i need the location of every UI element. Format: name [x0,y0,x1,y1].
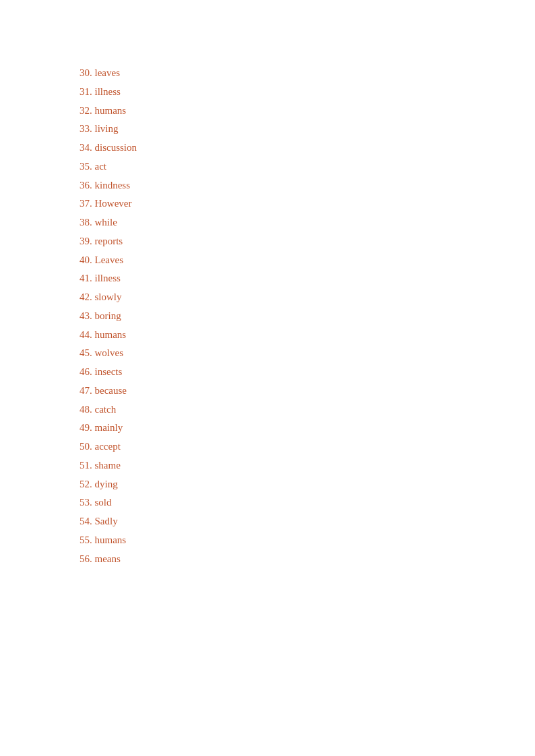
list-item: 30. leaves [80,64,535,83]
list-item: 46. insects [80,363,535,382]
list-item: 54. Sadly [80,512,535,531]
list-item: 32. humans [80,102,535,121]
list-item: 35. act [80,158,535,176]
list-item: 41. illness [80,269,535,288]
list-item: 52. dying [80,475,535,494]
list-item: 36. kindness [80,176,535,195]
list-item: 34. discussion [80,139,535,158]
list-item: 51. shame [80,456,535,475]
list-item: 38. while [80,213,535,232]
list-item: 43. boring [80,307,535,326]
list-item: 45. wolves [80,344,535,363]
list-item: 40. Leaves [80,251,535,270]
list-item: 42. slowly [80,288,535,307]
list-item: 37. However [80,195,535,213]
list-item: 48. catch [80,401,535,419]
list-item: 39. reports [80,232,535,251]
list-item: 47. because [80,382,535,401]
list-item: 33. living [80,120,535,139]
list-item: 50. accept [80,438,535,456]
word-list: 30. leaves31. illness32. humans33. livin… [0,0,535,568]
list-item: 56. means [80,550,535,569]
list-item: 44. humans [80,326,535,345]
list-item: 53. sold [80,493,535,512]
list-item: 55. humans [80,531,535,550]
list-item: 31. illness [80,83,535,102]
list-item: 49. mainly [80,419,535,438]
